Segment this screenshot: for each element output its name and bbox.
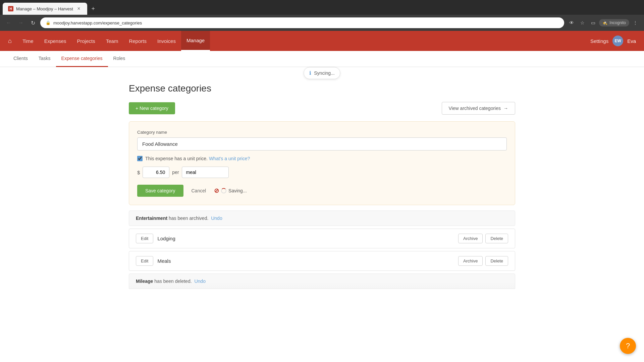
lodging-category-item: Edit Lodging Archive Delete (129, 229, 515, 248)
syncing-label: Syncing... (314, 70, 334, 76)
lodging-archive-button[interactable]: Archive (458, 234, 483, 243)
entertainment-archived-notification: Entertainment has been archived. Undo (129, 210, 515, 226)
meals-delete-button[interactable]: Delete (485, 256, 508, 266)
notification-suffix: has been archived. (169, 216, 208, 221)
mileage-notification-text: Mileage has been deleted. Undo (136, 279, 508, 284)
main-content: ℹ Syncing... Expense categories + New ca… (121, 67, 523, 300)
lodging-edit-button[interactable]: Edit (136, 234, 153, 243)
lodging-delete-button[interactable]: Delete (485, 234, 508, 243)
cancel-button[interactable]: Cancel (187, 185, 210, 197)
back-button[interactable]: ← (4, 18, 13, 27)
nav-item-expenses[interactable]: Expenses (39, 31, 72, 51)
saving-label: Saving... (228, 188, 247, 193)
mileage-entity-name: Mileage (136, 279, 153, 284)
help-button[interactable]: ? (620, 338, 636, 354)
category-name-input[interactable] (137, 137, 507, 150)
dollar-sign: $ (137, 170, 140, 175)
saving-error-icon: ⊘ (214, 187, 219, 194)
unit-input[interactable] (182, 167, 229, 178)
lock-icon: 🔒 (46, 20, 51, 25)
app-container: ⌂ Time Expenses Projects Team Reports In… (0, 31, 644, 362)
save-category-button[interactable]: Save category (137, 185, 183, 197)
url-text: moodjoy.harvestapp.com/expense_categorie… (53, 20, 559, 25)
view-archived-label: View archived categories (449, 106, 501, 111)
saving-indicator: ⊘ Saving... (214, 187, 247, 194)
settings-link[interactable]: Settings (590, 38, 608, 44)
per-text: per (172, 170, 179, 175)
bookmark-icon[interactable]: ☆ (578, 18, 587, 27)
meals-item-actions: Archive Delete (458, 256, 508, 266)
form-label: Category name (137, 130, 507, 135)
nav-item-projects[interactable]: Projects (72, 31, 101, 51)
nav-item-time[interactable]: Time (17, 31, 39, 51)
incognito-badge: 🕵 Incognito (599, 19, 629, 26)
meals-archive-button[interactable]: Archive (458, 256, 483, 266)
lodging-category-name: Lodging (157, 236, 175, 241)
address-bar[interactable]: 🔒 moodjoy.harvestapp.com/expense_categor… (40, 17, 564, 28)
nav-item-invoices[interactable]: Invoices (152, 31, 181, 51)
view-archived-button[interactable]: View archived categories → (442, 102, 515, 115)
unit-price-checkbox-label: This expense has a unit price. What's a … (145, 156, 250, 161)
incognito-label: Incognito (609, 20, 626, 25)
notification-text: Entertainment has been archived. Undo (136, 216, 222, 221)
mileage-deleted-notification: Mileage has been deleted. Undo (129, 274, 515, 289)
meals-edit-button[interactable]: Edit (136, 256, 153, 266)
syncing-badge: ℹ Syncing... (304, 67, 340, 79)
unit-price-help-link[interactable]: What's a unit price? (209, 156, 250, 161)
sub-nav-expense-categories[interactable]: Expense categories (56, 51, 108, 67)
saving-spinner (221, 188, 226, 193)
menu-button[interactable]: ⋮ (631, 18, 640, 27)
nav-item-team[interactable]: Team (101, 31, 124, 51)
page-title: Expense categories (129, 83, 515, 94)
unit-row: $ per (137, 167, 507, 178)
incognito-icon: 🕵 (602, 20, 607, 25)
nav-items: Time Expenses Projects Team Reports Invo… (17, 31, 590, 51)
active-tab[interactable]: H Manage – Moodjoy – Harvest × (3, 3, 87, 15)
meals-category-name: Meals (157, 258, 171, 264)
browser-chrome: H Manage – Moodjoy – Harvest × + ← → ↻ 🔒… (0, 0, 644, 31)
home-nav-button[interactable]: ⌂ (8, 38, 12, 45)
sub-nav: Clients Tasks Expense categories Roles (0, 51, 644, 67)
notification-entity-name: Entertainment (136, 216, 167, 221)
tab-favicon: H (8, 6, 13, 11)
browser-toolbar: ← → ↻ 🔒 moodjoy.harvestapp.com/expense_c… (0, 15, 644, 31)
view-archived-arrow-icon: → (503, 106, 508, 111)
nav-item-reports[interactable]: Reports (123, 31, 152, 51)
tab-title: Manage – Moodjoy – Harvest (16, 6, 73, 11)
meals-item-left: Edit Meals (136, 256, 171, 266)
nav-right: Settings EW Eva (590, 36, 636, 46)
sub-nav-clients[interactable]: Clients (8, 51, 33, 67)
form-actions: Save category Cancel ⊘ Saving... (137, 185, 507, 197)
mileage-undo-link[interactable]: Undo (194, 279, 205, 284)
eye-slash-icon[interactable]: 👁 (567, 18, 576, 27)
sub-nav-tasks[interactable]: Tasks (33, 51, 56, 67)
top-nav: ⌂ Time Expenses Projects Team Reports In… (0, 31, 644, 51)
forward-button[interactable]: → (16, 18, 25, 27)
action-row: + New category View archived categories … (129, 102, 515, 115)
lodging-item-left: Edit Lodging (136, 234, 175, 243)
entertainment-undo-link[interactable]: Undo (211, 216, 222, 221)
category-form: Category name This expense has a unit pr… (129, 121, 515, 205)
syncing-icon: ℹ (309, 70, 311, 76)
sub-nav-roles[interactable]: Roles (108, 51, 131, 67)
price-input[interactable] (143, 167, 169, 178)
unit-price-checkbox[interactable] (137, 156, 143, 161)
toolbar-actions: 👁 ☆ ▭ 🕵 Incognito ⋮ (567, 18, 640, 27)
new-category-button[interactable]: + New category (129, 102, 175, 114)
lodging-item-actions: Archive Delete (458, 234, 508, 243)
tab-bar: H Manage – Moodjoy – Harvest × + (0, 0, 644, 15)
sidebar-icon[interactable]: ▭ (588, 18, 598, 27)
reload-button[interactable]: ↻ (28, 18, 38, 27)
username-link[interactable]: Eva (627, 38, 636, 44)
meals-category-item: Edit Meals Archive Delete (129, 251, 515, 271)
tab-close-button[interactable]: × (76, 6, 82, 12)
nav-item-manage[interactable]: Manage (181, 31, 210, 51)
user-avatar: EW (612, 36, 623, 46)
mileage-suffix: has been deleted. (154, 279, 192, 284)
checkbox-row: This expense has a unit price. What's a … (137, 156, 507, 161)
new-tab-button[interactable]: + (89, 4, 98, 13)
